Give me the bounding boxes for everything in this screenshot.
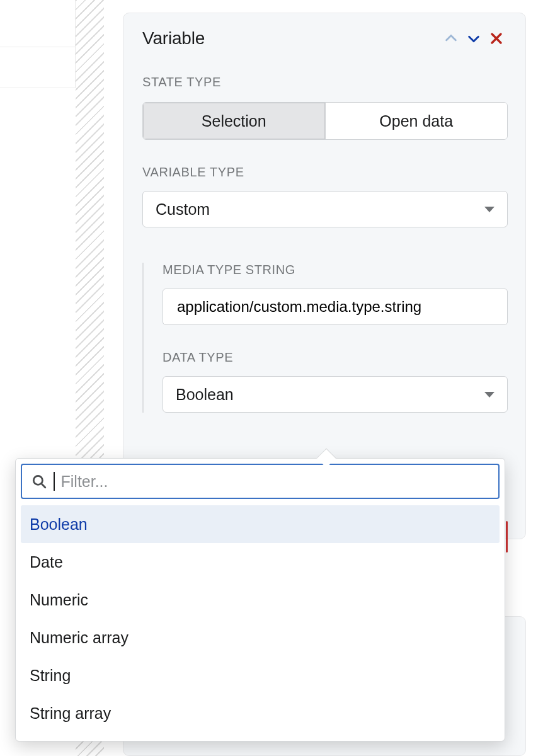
data-type-dropdown: Boolean Date Numeric Numeric array Strin… xyxy=(15,458,505,742)
data-type-label: DATA TYPE xyxy=(163,350,508,365)
data-type-select[interactable]: Boolean xyxy=(163,376,508,413)
move-up-button[interactable] xyxy=(440,27,462,50)
panel-behind-edge xyxy=(506,521,508,553)
option-string-array[interactable]: String array xyxy=(21,694,500,732)
media-type-label: MEDIA TYPE STRING xyxy=(163,263,508,277)
chevron-up-icon xyxy=(444,32,458,45)
panel-title: Variable xyxy=(142,28,205,49)
option-list: Boolean Date Numeric Numeric array Strin… xyxy=(21,499,500,732)
caret-down-icon xyxy=(484,392,494,398)
option-string[interactable]: String xyxy=(21,656,500,694)
filter-field-wrap[interactable] xyxy=(21,464,500,499)
option-date[interactable]: Date xyxy=(21,543,500,581)
custom-settings-block: MEDIA TYPE STRING DATA TYPE Boolean xyxy=(142,263,508,413)
collapsed-left-pane-a xyxy=(0,0,76,47)
data-type-value: Boolean xyxy=(176,386,234,404)
option-numeric-array[interactable]: Numeric array xyxy=(21,619,500,656)
media-type-input[interactable] xyxy=(163,289,508,325)
caret-down-icon xyxy=(484,207,494,212)
state-type-selection[interactable]: Selection xyxy=(143,103,325,139)
move-down-button[interactable] xyxy=(462,27,485,50)
remove-button[interactable] xyxy=(485,27,508,50)
variable-type-label: VARIABLE TYPE xyxy=(142,165,508,180)
chevron-down-icon xyxy=(467,32,481,45)
state-type-segmented: Selection Open data xyxy=(142,102,508,140)
state-type-open-data[interactable]: Open data xyxy=(325,103,508,139)
option-boolean[interactable]: Boolean xyxy=(21,505,500,543)
search-icon xyxy=(31,473,47,490)
close-icon xyxy=(489,31,504,46)
filter-input[interactable] xyxy=(61,472,490,491)
collapsed-left-pane-b xyxy=(0,47,76,88)
text-cursor xyxy=(54,472,55,491)
option-numeric[interactable]: Numeric xyxy=(21,581,500,619)
state-type-label: STATE TYPE xyxy=(142,75,508,89)
variable-type-value: Custom xyxy=(156,200,210,219)
variable-type-select[interactable]: Custom xyxy=(142,191,508,227)
svg-line-1 xyxy=(42,484,45,488)
